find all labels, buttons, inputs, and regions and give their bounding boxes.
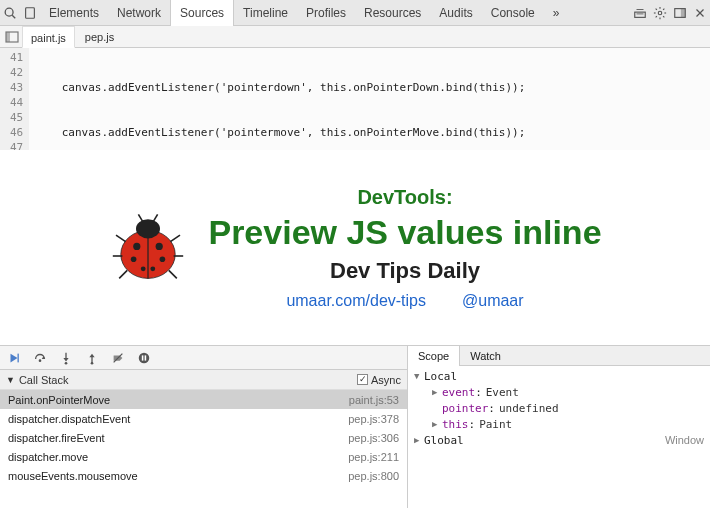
scope-var[interactable]: ▶event:Event — [408, 384, 710, 400]
svg-point-27 — [160, 256, 166, 262]
tab-scope[interactable]: Scope — [408, 346, 460, 366]
close-icon[interactable] — [690, 0, 710, 26]
hero-line3: Dev Tips Daily — [208, 258, 601, 284]
stack-row[interactable]: Paint.onPointerMovepaint.js:53 — [0, 390, 407, 409]
step-out-icon[interactable] — [84, 350, 100, 366]
tab-console[interactable]: Console — [482, 0, 544, 26]
async-label: Async — [371, 374, 401, 386]
chevron-down-icon: ▼ — [6, 375, 15, 385]
svg-point-40 — [39, 359, 42, 362]
svg-rect-52 — [145, 355, 147, 360]
tab-resources[interactable]: Resources — [355, 0, 430, 26]
gear-icon[interactable] — [650, 0, 670, 26]
stack-row[interactable]: mouseEvents.mousemovepep.js:800 — [0, 466, 407, 485]
device-icon[interactable] — [20, 0, 40, 26]
svg-point-44 — [65, 361, 68, 364]
svg-line-10 — [656, 8, 657, 9]
async-checkbox[interactable]: ✓ — [357, 374, 368, 385]
stack-row[interactable]: dispatcher.fireEventpep.js:306 — [0, 428, 407, 447]
svg-point-47 — [91, 361, 94, 364]
tab-watch[interactable]: Watch — [460, 346, 511, 366]
scope-tabs: Scope Watch — [408, 346, 710, 366]
svg-point-25 — [156, 242, 163, 249]
tab-sources[interactable]: Sources — [170, 0, 234, 26]
ladybug-icon — [108, 208, 188, 288]
scope-var[interactable]: ▶this:Paint — [408, 416, 710, 432]
hero-line1: DevTools: — [208, 186, 601, 209]
file-tab-paint[interactable]: paint.js — [22, 26, 75, 48]
svg-point-0 — [5, 8, 13, 16]
scope-global[interactable]: ▶GlobalWindow — [408, 432, 710, 448]
svg-rect-15 — [681, 8, 685, 17]
scope-tree: ▼Local ▶event:Event pointer:undefined ▶t… — [408, 366, 710, 508]
svg-point-28 — [141, 266, 146, 271]
sidebar-toggle-icon[interactable] — [4, 29, 20, 45]
svg-line-32 — [116, 235, 126, 241]
scope-local[interactable]: ▼Local — [408, 368, 710, 384]
scope-var[interactable]: pointer:undefined — [408, 400, 710, 416]
svg-point-26 — [131, 256, 137, 262]
svg-marker-43 — [63, 358, 68, 362]
tab-overflow[interactable]: » — [544, 0, 569, 26]
svg-marker-46 — [89, 353, 94, 357]
pause-icon[interactable] — [136, 350, 152, 366]
svg-line-11 — [663, 16, 664, 17]
call-stack-label: Call Stack — [19, 374, 69, 386]
svg-line-12 — [656, 16, 657, 17]
svg-point-50 — [139, 352, 150, 363]
deactivate-breakpoints-icon[interactable] — [110, 350, 126, 366]
svg-point-24 — [134, 242, 141, 249]
title-overlay: DevTools: Preview JS values inline Dev T… — [0, 150, 710, 345]
tab-audits[interactable]: Audits — [430, 0, 481, 26]
svg-rect-51 — [142, 355, 144, 360]
toolbar: Elements Network Sources Timeline Profil… — [0, 0, 710, 26]
hero-line2: Preview JS values inline — [208, 213, 601, 252]
drawer-icon[interactable] — [630, 0, 650, 26]
tab-network[interactable]: Network — [108, 0, 170, 26]
svg-line-1 — [12, 15, 15, 18]
resume-icon[interactable] — [6, 350, 22, 366]
call-stack-list: Paint.onPointerMovepaint.js:53 dispatche… — [0, 390, 407, 508]
tab-timeline[interactable]: Timeline — [234, 0, 297, 26]
svg-line-37 — [169, 270, 177, 278]
hero-links: umaar.com/dev-tips@umaar — [208, 292, 601, 310]
stack-row[interactable]: dispatcher.movepep.js:211 — [0, 447, 407, 466]
svg-line-36 — [120, 270, 128, 278]
svg-rect-3 — [635, 12, 646, 17]
svg-point-29 — [151, 266, 156, 271]
debugger-pane: ▼ Call Stack ✓Async Paint.onPointerMovep… — [0, 345, 710, 508]
svg-point-23 — [136, 219, 160, 238]
stack-row[interactable]: dispatcher.dispatchEventpep.js:378 — [0, 409, 407, 428]
debug-toolbar — [0, 346, 407, 370]
svg-rect-39 — [18, 353, 19, 362]
call-stack-header[interactable]: ▼ Call Stack ✓Async — [0, 370, 407, 390]
svg-rect-2 — [26, 7, 35, 18]
svg-line-33 — [171, 235, 181, 241]
svg-marker-38 — [11, 353, 18, 362]
dock-icon[interactable] — [670, 0, 690, 26]
tab-elements[interactable]: Elements — [40, 0, 108, 26]
svg-point-5 — [658, 11, 662, 15]
search-icon[interactable] — [0, 0, 20, 26]
tab-profiles[interactable]: Profiles — [297, 0, 355, 26]
step-over-icon[interactable] — [32, 350, 48, 366]
step-into-icon[interactable] — [58, 350, 74, 366]
svg-line-13 — [663, 8, 664, 9]
svg-rect-19 — [6, 32, 10, 42]
file-tab-pep[interactable]: pep.js — [77, 26, 122, 48]
file-tabs: paint.js pep.js — [0, 26, 710, 48]
